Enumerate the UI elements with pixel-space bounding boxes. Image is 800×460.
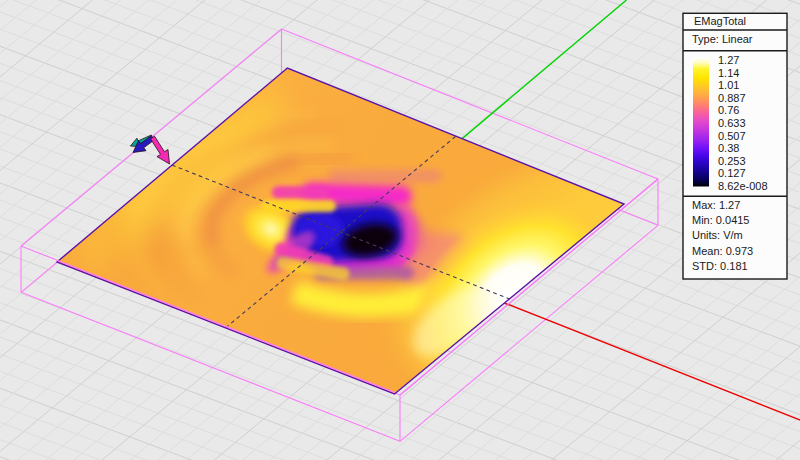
svg-text:1.27: 1.27: [718, 54, 739, 66]
svg-text:STD: 0.181: STD: 0.181: [692, 260, 748, 272]
svg-text:Max: 1.27: Max: 1.27: [692, 199, 740, 211]
svg-text:EMagTotal: EMagTotal: [694, 15, 746, 27]
svg-text:Units: V/m: Units: V/m: [692, 229, 743, 241]
svg-text:0.253: 0.253: [718, 155, 746, 167]
svg-text:0.38: 0.38: [718, 142, 739, 154]
svg-text:Mean: 0.973: Mean: 0.973: [692, 245, 753, 257]
svg-text:0.76: 0.76: [718, 104, 739, 116]
svg-text:0.507: 0.507: [718, 130, 746, 142]
svg-text:1.14: 1.14: [718, 67, 739, 79]
svg-text:0.887: 0.887: [718, 92, 746, 104]
svg-text:8.62e-008: 8.62e-008: [718, 180, 768, 192]
svg-text:0.127: 0.127: [718, 167, 746, 179]
svg-text:Type: Linear: Type: Linear: [692, 33, 753, 45]
svg-text:0.633: 0.633: [718, 117, 746, 129]
svg-text:1.01: 1.01: [718, 79, 739, 91]
svg-text:Min: 0.0415: Min: 0.0415: [692, 214, 749, 226]
